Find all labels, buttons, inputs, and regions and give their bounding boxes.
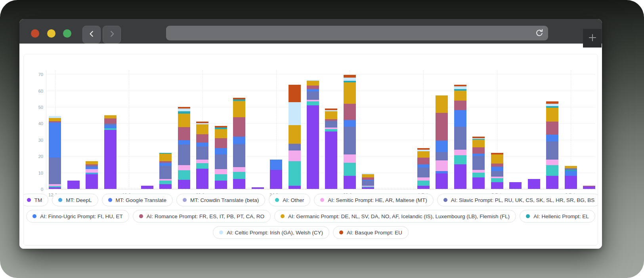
bar-segment-finno[interactable]	[491, 167, 503, 171]
bar-10-feb[interactable]	[583, 186, 595, 189]
bar-segment-tm[interactable]	[344, 176, 356, 189]
bar-segment-other[interactable]	[417, 181, 430, 185]
bar-segment-tm[interactable]	[583, 187, 595, 189]
bar-segment-finno[interactable]	[344, 120, 356, 127]
legend-pill-crowdin[interactable]: MT: Crowdin Translate (beta)	[176, 194, 265, 206]
bar-segment-finno[interactable]	[215, 148, 227, 155]
bar-segment-semitic[interactable]	[436, 160, 448, 171]
bar-segment-slavic[interactable]	[417, 168, 430, 177]
bar-segment-tm[interactable]	[49, 187, 61, 189]
bar-segment-other[interactable]	[289, 161, 301, 186]
legend-pill-tm[interactable]: TM	[23, 194, 48, 206]
bar-segment-romance[interactable]	[417, 158, 430, 164]
legend-pill-deepl[interactable]: MT: DeepL	[52, 194, 98, 206]
bar-29-jan[interactable]	[362, 173, 374, 189]
bar-segment-finno[interactable]	[565, 171, 577, 176]
bar-segment-tm[interactable]	[454, 164, 466, 189]
bar-segment-romance[interactable]	[215, 138, 227, 148]
bar-segment-finno[interactable]	[546, 135, 558, 141]
bar-segment-germanic[interactable]	[159, 154, 172, 161]
bar-segment-finno[interactable]	[196, 143, 208, 147]
legend-pill-finno[interactable]: AI: Finno-Ugric Prompt: FI, HU, ET	[26, 210, 129, 223]
bar-segment-tm[interactable]	[178, 180, 190, 189]
bar-segment-celtic[interactable]	[344, 78, 356, 81]
bar-segment-tm[interactable]	[436, 173, 448, 189]
bar-1-feb[interactable]	[417, 148, 430, 189]
bar-segment-slavic[interactable]	[289, 144, 301, 150]
bar-segment-slavic[interactable]	[362, 181, 374, 185]
bar-segment-tm[interactable]	[472, 177, 485, 189]
zoom-window-button[interactable]	[63, 29, 71, 38]
bar-segment-semitic[interactable]	[454, 150, 466, 155]
bar-segment-semitic[interactable]	[417, 177, 430, 181]
bar-segment-tm[interactable]	[289, 186, 301, 189]
reload-button[interactable]	[535, 29, 544, 37]
bar-segment-semitic[interactable]	[178, 165, 190, 170]
legend-pill-germanic[interactable]: AI: Germanic Prompt: DE, NL, SV, DA, NO,…	[274, 210, 516, 223]
bar-segment-romance[interactable]	[454, 101, 466, 110]
bar-segment-semitic[interactable]	[289, 150, 301, 161]
bar-segment-tm[interactable]	[546, 176, 558, 189]
bar-segment-tm[interactable]	[67, 181, 80, 189]
bar-8-feb[interactable]	[546, 101, 558, 189]
bar-segment-other[interactable]	[491, 178, 503, 182]
bar-segment-tm[interactable]	[86, 174, 98, 189]
bar-segment-germanic[interactable]	[233, 101, 245, 117]
bar-segment-tm[interactable]	[270, 170, 282, 189]
bar-segment-other[interactable]	[215, 174, 227, 181]
bar-segment-tm[interactable]	[104, 130, 117, 189]
bar-segment-basque[interactable]	[289, 85, 301, 102]
bar-segment-finno[interactable]	[233, 137, 245, 144]
bar-segment-slavic[interactable]	[325, 121, 337, 128]
bar-segment-tm[interactable]	[362, 187, 374, 189]
bar-2-feb[interactable]	[436, 95, 448, 189]
bar-segment-other[interactable]	[178, 170, 190, 180]
bar-segment-tm[interactable]	[528, 179, 540, 189]
bar-segment-germanic[interactable]	[362, 174, 374, 177]
bar-segment-other[interactable]	[159, 181, 172, 184]
bar-6-feb[interactable]	[509, 182, 522, 189]
legend-pill-romance[interactable]: AI: Romance Prompt: FR, ES, IT, PB, PT, …	[133, 210, 271, 223]
bar-18-jan[interactable]	[159, 153, 172, 189]
bar-segment-germanic[interactable]	[454, 91, 466, 101]
forward-button[interactable]	[103, 26, 121, 44]
bar-segment-germanic[interactable]	[472, 140, 485, 147]
bar-15-jan[interactable]	[104, 115, 117, 189]
bar-segment-tm[interactable]	[509, 182, 522, 189]
bar-27-jan[interactable]	[325, 109, 337, 189]
back-button[interactable]	[82, 26, 101, 44]
bar-segment-finno[interactable]	[178, 140, 190, 145]
legend-pill-google[interactable]: MT: Google Translate	[102, 194, 173, 206]
bar-14-jan[interactable]	[86, 161, 98, 189]
bar-segment-finno[interactable]	[159, 163, 172, 166]
bar-segment-germanic[interactable]	[344, 82, 356, 104]
bar-3-feb[interactable]	[454, 85, 466, 189]
bar-segment-finno[interactable]	[49, 122, 61, 158]
bar-21-jan[interactable]	[215, 126, 227, 189]
bar-segment-romance[interactable]	[307, 86, 319, 89]
bar-segment-romance[interactable]	[546, 122, 558, 135]
bar-4-feb[interactable]	[472, 137, 485, 189]
legend-pill-celtic[interactable]: AI: Celtic Prompt: Irish (GA), Welsh (CY…	[213, 226, 329, 239]
close-window-button[interactable]	[31, 29, 39, 38]
bar-segment-tm[interactable]	[491, 182, 503, 189]
bar-segment-tm[interactable]	[307, 105, 319, 189]
bar-segment-tm[interactable]	[233, 179, 245, 189]
bar-segment-germanic[interactable]	[491, 154, 503, 164]
bar-segment-tm[interactable]	[565, 176, 577, 189]
bar-segment-slavic[interactable]	[159, 166, 172, 179]
bar-5-feb[interactable]	[491, 153, 503, 189]
bar-segment-germanic[interactable]	[178, 114, 190, 127]
bar-segment-other[interactable]	[472, 173, 485, 177]
bar-segment-tm[interactable]	[196, 169, 208, 189]
bar-segment-slavic[interactable]	[196, 147, 208, 160]
bar-segment-germanic[interactable]	[289, 125, 301, 144]
bar-segment-slavic[interactable]	[454, 127, 466, 150]
bar-24-jan[interactable]	[270, 160, 282, 189]
minimize-window-button[interactable]	[47, 29, 55, 38]
bar-segment-finno[interactable]	[436, 141, 448, 152]
bar-19-jan[interactable]	[178, 107, 190, 189]
bar-segment-other[interactable]	[454, 155, 466, 164]
bar-segment-germanic[interactable]	[307, 81, 319, 86]
bar-segment-romance[interactable]	[491, 164, 503, 167]
